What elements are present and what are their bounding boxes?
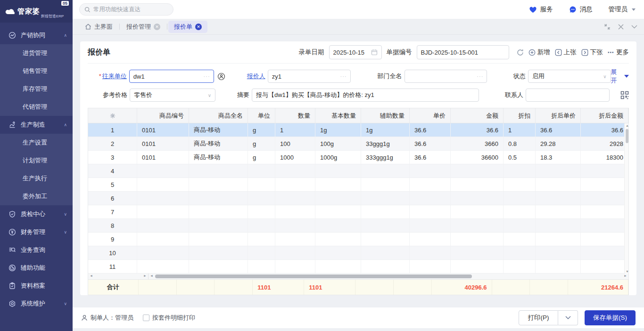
sidebar-group-5[interactable]: 辅助功能 xyxy=(0,259,73,277)
column-header: 折后单价 xyxy=(536,108,581,123)
tab-close-icon[interactable]: ✕ xyxy=(154,24,160,30)
cell xyxy=(451,178,504,191)
table-row[interactable]: 30101商品-移动g10001000g333ggg1g36.6366000.5… xyxy=(88,151,628,164)
messages-menu[interactable]: 消息 xyxy=(569,5,593,14)
cell: 100 xyxy=(275,137,315,150)
table-settings-icon[interactable] xyxy=(88,108,137,123)
table-row[interactable]: 9 xyxy=(88,233,628,246)
required-asterisk: * xyxy=(99,73,101,80)
sidebar-group-2[interactable]: 质检中心∨ xyxy=(0,205,73,223)
sidebar-group-3[interactable]: 财务管理∨ xyxy=(0,223,73,241)
sidebar-item-1-3[interactable]: 委外加工 xyxy=(0,187,73,205)
tab-0[interactable]: 主界面 xyxy=(79,21,118,33)
sidebar-group-1[interactable]: 生产制造∧ xyxy=(0,116,73,134)
search-input[interactable] xyxy=(93,6,164,13)
print-detail-checkbox[interactable] xyxy=(143,315,149,321)
cell: 1000g xyxy=(315,151,361,164)
column-header: 金额 xyxy=(451,108,504,123)
tab-1[interactable]: 报价管理✕ xyxy=(121,21,166,33)
print-dropdown-button[interactable] xyxy=(558,310,578,325)
sidebar-item-1-0[interactable]: 生产设置 xyxy=(0,134,73,152)
table-row[interactable]: 10 xyxy=(88,246,628,260)
tab-2[interactable]: 报价单✕ xyxy=(168,21,207,33)
quotation-card: 报价单 录单日期 2025-10-15 单据编号 BJD-2025-10-15-… xyxy=(80,41,636,295)
sidebar-item-0-0[interactable]: 进货管理 xyxy=(0,44,73,62)
table-row[interactable]: 10101商品-移动g11g1g36.636.6136.636.6 xyxy=(88,123,628,137)
scroll-left-icon[interactable]: ◄ xyxy=(150,274,153,277)
scroll-right-icon[interactable]: ► xyxy=(624,274,627,277)
sidebar-group-4[interactable]: 业务查询 xyxy=(0,241,73,259)
add-button[interactable]: 新增 xyxy=(528,48,550,57)
qr-code-icon[interactable] xyxy=(620,91,629,99)
status-select[interactable]: 启用 ∨ xyxy=(528,70,611,83)
cell xyxy=(581,178,628,191)
sidebar-item-0-1[interactable]: 销售管理 xyxy=(0,62,73,80)
chevron-down-icon[interactable] xyxy=(631,25,637,29)
sidebar-group-0[interactable]: 产销协同∧ xyxy=(0,26,73,44)
print-button[interactable]: 打印(P) xyxy=(519,310,558,325)
cell xyxy=(361,219,410,232)
tab-close-icon[interactable]: ✕ xyxy=(195,24,202,30)
sidebar-group-label: 辅助功能 xyxy=(21,264,45,272)
save-button[interactable]: 保存单据(S) xyxy=(585,310,636,325)
cell xyxy=(137,164,189,178)
more-label: 更多 xyxy=(616,48,629,57)
cell xyxy=(137,178,189,191)
table-row[interactable]: 20101商品-移动g100100g33ggg1g36.636600.829.2… xyxy=(88,137,628,151)
sidebar-group-7[interactable]: 系统维护∨ xyxy=(0,295,73,313)
table-row[interactable]: 11 xyxy=(88,260,628,274)
scroll-left-icon[interactable]: ◄ xyxy=(90,274,93,277)
ellipsis-picker-icon[interactable]: ··· xyxy=(204,73,210,79)
horizontal-scrollbar[interactable]: ◄ ► ◄ ► xyxy=(88,274,629,279)
row-number: 11 xyxy=(88,260,137,273)
cell xyxy=(361,192,410,205)
scroll-up-icon[interactable]: ▲ xyxy=(626,124,629,127)
refresh-icon[interactable] xyxy=(517,49,524,56)
table-row[interactable]: 8 xyxy=(88,219,628,233)
cell: 1 xyxy=(275,123,315,137)
partner-link[interactable]: 往来单位 xyxy=(102,73,127,80)
quoter-input[interactable]: zy1 ··· xyxy=(268,70,351,83)
contact-input[interactable] xyxy=(526,89,610,102)
department-input[interactable]: ··· xyxy=(405,70,487,83)
cell xyxy=(581,233,628,246)
close-icon[interactable] xyxy=(618,24,624,30)
table-row[interactable]: 6 xyxy=(88,192,628,205)
partner-info-icon[interactable] xyxy=(217,73,225,81)
quick-search[interactable] xyxy=(79,3,173,16)
frozen-pane-scrollbar[interactable]: ◄ ► xyxy=(88,274,149,279)
department-label: 部门全名 xyxy=(370,72,402,81)
doc-no-input[interactable]: BJD-2025-10-15-001 xyxy=(417,45,509,59)
next-record-button[interactable]: 下张 xyxy=(581,48,603,57)
cell xyxy=(248,205,275,218)
sidebar-item-0-2[interactable]: 库存管理 xyxy=(0,80,73,98)
sidebar-item-0-3[interactable]: 代销管理 xyxy=(0,98,73,116)
ellipsis-picker-icon[interactable]: ··· xyxy=(477,73,483,79)
cell xyxy=(315,246,361,259)
user-menu[interactable]: 管理员 xyxy=(609,5,636,14)
partner-input[interactable]: dw1 ··· xyxy=(129,70,214,83)
record-date-input[interactable]: 2025-10-15 xyxy=(329,45,382,59)
table-row[interactable]: 4 xyxy=(88,164,628,178)
archive-icon xyxy=(8,282,17,290)
sidebar-group-6[interactable]: 资料档案 xyxy=(0,277,73,295)
summary-input[interactable]: 报与【dw1】购买【商品-移动】的价格: zy1 xyxy=(252,89,479,102)
expand-toggle[interactable]: 展开 xyxy=(611,68,629,85)
vertical-scrollbar[interactable]: ▲ ▼ xyxy=(624,123,628,274)
table-row[interactable]: 7 xyxy=(88,205,628,219)
main-pane-scrollbar[interactable]: ◄ ► xyxy=(149,274,628,279)
quoter-label[interactable]: 报价人 xyxy=(238,72,265,81)
scroll-right-icon[interactable]: ► xyxy=(143,274,147,277)
scroll-down-icon[interactable]: ▼ xyxy=(626,270,629,273)
more-button[interactable]: ⋯ 更多 xyxy=(608,48,629,57)
h-scroll-thumb[interactable] xyxy=(155,274,472,278)
sidebar-item-1-1[interactable]: 计划管理 xyxy=(0,152,73,170)
collapse-icon[interactable] xyxy=(604,24,611,30)
sidebar-item-1-2[interactable]: 生产执行 xyxy=(0,170,73,187)
service-menu[interactable]: 服务 xyxy=(529,5,553,14)
prev-record-button[interactable]: 上张 xyxy=(555,48,577,57)
table-row[interactable]: 5 xyxy=(88,178,628,192)
price-ref-select[interactable]: 零售价 ∨ xyxy=(130,89,215,102)
ellipsis-picker-icon[interactable]: ··· xyxy=(340,73,347,79)
v-scroll-thumb[interactable] xyxy=(626,129,628,143)
